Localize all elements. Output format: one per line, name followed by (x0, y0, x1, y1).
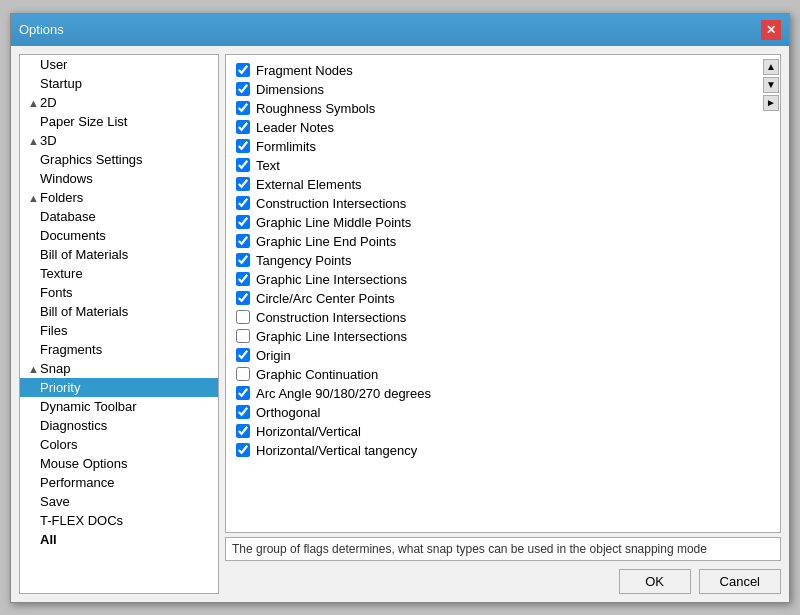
tree-item-dynamic-toolbar[interactable]: Dynamic Toolbar (20, 397, 218, 416)
checkbox-fragment-nodes[interactable] (236, 63, 250, 77)
checkbox-graphic-line-intersections-1[interactable] (236, 272, 250, 286)
checkbox-label-fragment-nodes: Fragment Nodes (256, 63, 353, 78)
tree-label-snap: Snap (40, 361, 70, 376)
scroll-right-button[interactable]: ► (763, 95, 779, 111)
checkbox-graphic-line-intersections-2[interactable] (236, 329, 250, 343)
checkbox-tangency-points[interactable] (236, 253, 250, 267)
tree-item-startup[interactable]: Startup (20, 74, 218, 93)
tree-label-bill-of-materials: Bill of Materials (40, 304, 128, 319)
tree-label-graphics-settings: Graphics Settings (40, 152, 143, 167)
tree-item-performance[interactable]: Performance (20, 473, 218, 492)
tree-item-bill-of-materials[interactable]: Bill of Materials (20, 302, 218, 321)
tree-item-all[interactable]: All (20, 530, 218, 549)
checkbox-text[interactable] (236, 158, 250, 172)
tree-item-files[interactable]: Files (20, 321, 218, 340)
checkbox-row-orthogonal: Orthogonal (232, 403, 754, 422)
button-row: OK Cancel (225, 565, 781, 594)
checkbox-external-elements[interactable] (236, 177, 250, 191)
checkbox-row-circle-arc-center-points: Circle/Arc Center Points (232, 289, 754, 308)
checkbox-label-arc-angle: Arc Angle 90/180/270 degrees (256, 386, 431, 401)
tree-item-fonts[interactable]: Fonts (20, 283, 218, 302)
checkbox-label-tangency-points: Tangency Points (256, 253, 351, 268)
scroll-down-button[interactable]: ▼ (763, 77, 779, 93)
checkbox-label-horizontal-vertical-tangency: Horizontal/Vertical tangency (256, 443, 417, 458)
close-button[interactable]: ✕ (761, 20, 781, 40)
checkbox-graphic-line-middle-points[interactable] (236, 215, 250, 229)
checkbox-row-leader-notes: Leader Notes (232, 118, 754, 137)
tree-item-diagnostics[interactable]: Diagnostics (20, 416, 218, 435)
checkbox-horizontal-vertical-tangency[interactable] (236, 443, 250, 457)
tree-item-windows[interactable]: Windows (20, 169, 218, 188)
tree-item-texture[interactable]: Texture (20, 264, 218, 283)
checkbox-row-fragment-nodes: Fragment Nodes (232, 61, 754, 80)
tree-item-paper-size-list[interactable]: Paper Size List (20, 112, 218, 131)
tree-item-snap[interactable]: ▲ Snap (20, 359, 218, 378)
title-bar: Options ✕ (11, 14, 789, 46)
checkbox-label-roughness-symbols: Roughness Symbols (256, 101, 375, 116)
tree-item-mouse-options[interactable]: Mouse Options (20, 454, 218, 473)
tree-label-tflex-docs: T-FLEX DOCs (40, 513, 123, 528)
tree-label-folders: Folders (40, 190, 83, 205)
tree-item-folders[interactable]: ▲ Folders (20, 188, 218, 207)
status-text: The group of flags determines, what snap… (232, 542, 707, 556)
tree-item-priority[interactable]: Priority (20, 378, 218, 397)
scroll-arrows-panel: ▲ ▼ ► (762, 55, 780, 532)
tree-label-fonts: Fonts (40, 285, 73, 300)
checkbox-label-leader-notes: Leader Notes (256, 120, 334, 135)
checkbox-label-dimensions: Dimensions (256, 82, 324, 97)
checkbox-label-graphic-line-intersections-1: Graphic Line Intersections (256, 272, 407, 287)
checkbox-row-horizontal-vertical-tangency: Horizontal/Vertical tangency (232, 441, 754, 460)
checkbox-dimensions[interactable] (236, 82, 250, 96)
checkbox-orthogonal[interactable] (236, 405, 250, 419)
tree-item-fragments[interactable]: Fragments (20, 340, 218, 359)
tree-item-graphics-settings[interactable]: Graphics Settings (20, 150, 218, 169)
tree-label-fragments: Fragments (40, 342, 102, 357)
checkbox-graphic-line-end-points[interactable] (236, 234, 250, 248)
tree-label-windows: Windows (40, 171, 93, 186)
checkbox-leader-notes[interactable] (236, 120, 250, 134)
checkbox-label-graphic-continuation: Graphic Continuation (256, 367, 378, 382)
tree-item-documents[interactable]: Documents (20, 226, 218, 245)
tree-item-2d[interactable]: ▲ 2D (20, 93, 218, 112)
checkbox-construction-intersections-2[interactable] (236, 310, 250, 324)
tree-item-tflex-docs[interactable]: T-FLEX DOCs (20, 511, 218, 530)
checkbox-label-graphic-line-intersections-2: Graphic Line Intersections (256, 329, 407, 344)
checkbox-row-external-elements: External Elements (232, 175, 754, 194)
scroll-up-button[interactable]: ▲ (763, 59, 779, 75)
tree-label-bill-of-materials-f: Bill of Materials (40, 247, 128, 262)
tree-expander-3d: ▲ (28, 135, 40, 147)
checkbox-label-external-elements: External Elements (256, 177, 362, 192)
dialog-title: Options (19, 22, 64, 37)
checkbox-label-construction-intersections-2: Construction Intersections (256, 310, 406, 325)
checkbox-label-horizontal-vertical: Horizontal/Vertical (256, 424, 361, 439)
status-bar: The group of flags determines, what snap… (225, 537, 781, 561)
checkbox-roughness-symbols[interactable] (236, 101, 250, 115)
checkboxes-area: Fragment NodesDimensionsRoughness Symbol… (225, 54, 781, 533)
checkbox-arc-angle[interactable] (236, 386, 250, 400)
checkbox-row-graphic-line-intersections-1: Graphic Line Intersections (232, 270, 754, 289)
checkbox-circle-arc-center-points[interactable] (236, 291, 250, 305)
checkbox-construction-intersections-1[interactable] (236, 196, 250, 210)
checkbox-origin[interactable] (236, 348, 250, 362)
checkbox-row-roughness-symbols: Roughness Symbols (232, 99, 754, 118)
cancel-button[interactable]: Cancel (699, 569, 781, 594)
checkbox-formlimits[interactable] (236, 139, 250, 153)
checkbox-row-graphic-line-middle-points: Graphic Line Middle Points (232, 213, 754, 232)
checkbox-row-graphic-line-intersections-2: Graphic Line Intersections (232, 327, 754, 346)
checkbox-graphic-continuation[interactable] (236, 367, 250, 381)
tree-item-colors[interactable]: Colors (20, 435, 218, 454)
checkbox-horizontal-vertical[interactable] (236, 424, 250, 438)
tree-item-3d[interactable]: ▲ 3D (20, 131, 218, 150)
tree-item-save[interactable]: Save (20, 492, 218, 511)
tree-item-bill-of-materials-f[interactable]: Bill of Materials (20, 245, 218, 264)
right-panel: Fragment NodesDimensionsRoughness Symbol… (225, 54, 781, 594)
tree-expander-snap: ▲ (28, 363, 40, 375)
tree-item-user[interactable]: User (20, 55, 218, 74)
ok-button[interactable]: OK (619, 569, 691, 594)
checkbox-row-dimensions: Dimensions (232, 80, 754, 99)
tree-label-colors: Colors (40, 437, 78, 452)
tree-label-dynamic-toolbar: Dynamic Toolbar (40, 399, 137, 414)
tree-item-database[interactable]: Database (20, 207, 218, 226)
tree-label-user: User (40, 57, 67, 72)
tree-label-startup: Startup (40, 76, 82, 91)
